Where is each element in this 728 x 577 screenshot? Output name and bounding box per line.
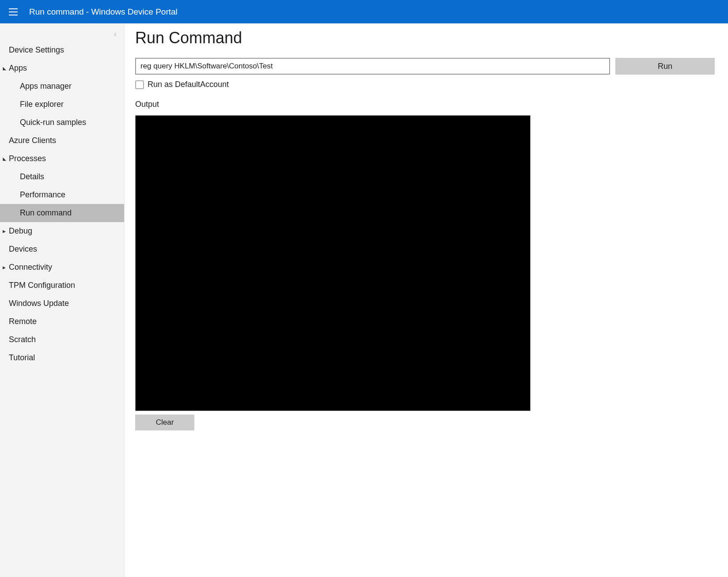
sidebar-item-label: Run command — [20, 208, 72, 218]
sidebar-item-label: File explorer — [20, 100, 64, 109]
run-as-default-checkbox[interactable] — [135, 80, 144, 89]
output-label: Output — [135, 100, 715, 109]
command-row: Run — [135, 58, 715, 75]
sidebar-item-apps[interactable]: ◢Apps — [0, 59, 124, 77]
caret-right-icon: ▶ — [3, 265, 6, 270]
sidebar-item-label: Connectivity — [9, 263, 52, 272]
sidebar-item-quick-run-samples[interactable]: Quick-run samples — [0, 113, 124, 132]
command-input[interactable] — [135, 58, 610, 75]
sidebar-item-azure-clients[interactable]: Azure Clients — [0, 132, 124, 150]
page-title: Run Command — [135, 29, 715, 47]
sidebar-item-label: Performance — [20, 190, 65, 200]
sidebar-item-label: Apps manager — [20, 82, 72, 91]
body-area: ‹ Device Settings◢AppsApps managerFile e… — [0, 23, 728, 577]
sidebar-item-tutorial[interactable]: Tutorial — [0, 349, 124, 367]
sidebar-item-devices[interactable]: Devices — [0, 240, 124, 258]
header-bar: Run command - Windows Device Portal — [0, 0, 728, 23]
hamburger-menu-icon[interactable] — [9, 7, 19, 17]
caret-down-icon: ◢ — [3, 66, 6, 71]
sidebar-item-label: Devices — [9, 245, 37, 254]
sidebar-item-details[interactable]: Details — [0, 168, 124, 186]
header-title: Run command - Windows Device Portal — [29, 7, 178, 17]
sidebar-item-tpm-configuration[interactable]: TPM Configuration — [0, 276, 124, 294]
sidebar-item-label: Processes — [9, 154, 46, 163]
caret-down-icon: ◢ — [3, 156, 6, 161]
sidebar-item-label: Windows Update — [9, 299, 69, 308]
sidebar-item-apps-manager[interactable]: Apps manager — [0, 77, 124, 95]
sidebar-item-label: Azure Clients — [9, 136, 56, 145]
sidebar-item-label: Remote — [9, 317, 37, 326]
sidebar-item-run-command[interactable]: Run command — [0, 204, 124, 222]
sidebar-item-device-settings[interactable]: Device Settings — [0, 41, 124, 59]
run-button[interactable]: Run — [615, 58, 715, 75]
sidebar: ‹ Device Settings◢AppsApps managerFile e… — [0, 23, 125, 577]
main-content: Run Command Run Run as DefaultAccount Ou… — [125, 23, 728, 577]
sidebar-item-label: TPM Configuration — [9, 281, 75, 290]
sidebar-item-label: Details — [20, 172, 44, 181]
sidebar-item-processes[interactable]: ◢Processes — [0, 150, 124, 168]
sidebar-item-connectivity[interactable]: ▶Connectivity — [0, 258, 124, 276]
sidebar-item-label: Tutorial — [9, 353, 35, 362]
sidebar-item-debug[interactable]: ▶Debug — [0, 222, 124, 240]
clear-button[interactable]: Clear — [135, 415, 194, 430]
sidebar-item-label: Quick-run samples — [20, 118, 86, 127]
sidebar-collapse-icon[interactable]: ‹ — [111, 30, 120, 38]
sidebar-item-label: Scratch — [9, 335, 36, 344]
sidebar-item-windows-update[interactable]: Windows Update — [0, 294, 124, 313]
sidebar-item-performance[interactable]: Performance — [0, 186, 124, 204]
sidebar-item-scratch[interactable]: Scratch — [0, 331, 124, 349]
sidebar-item-remote[interactable]: Remote — [0, 313, 124, 331]
output-console[interactable] — [135, 115, 531, 411]
caret-right-icon: ▶ — [3, 229, 6, 234]
sidebar-item-label: Apps — [9, 64, 27, 73]
sidebar-item-label: Debug — [9, 226, 32, 236]
run-as-default-label[interactable]: Run as DefaultAccount — [148, 80, 229, 89]
run-as-default-row: Run as DefaultAccount — [135, 80, 715, 89]
sidebar-item-label: Device Settings — [9, 45, 64, 55]
sidebar-item-file-explorer[interactable]: File explorer — [0, 95, 124, 113]
